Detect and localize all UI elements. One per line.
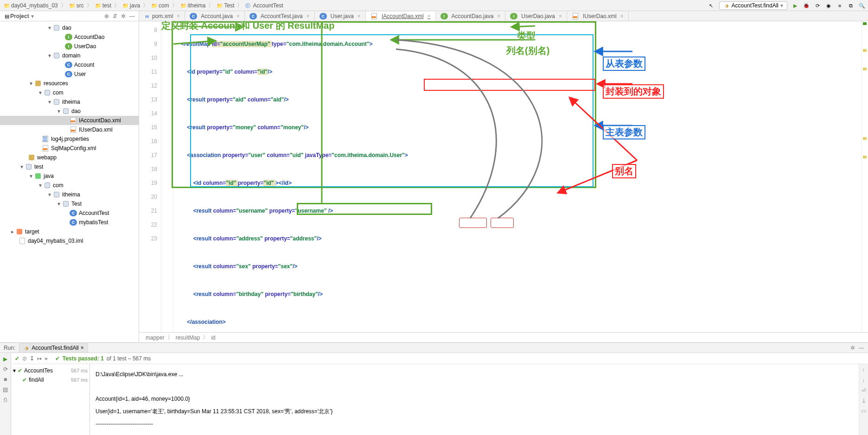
structure-button[interactable]: ⧉	[848, 2, 854, 9]
crumb-1[interactable]: src	[76, 2, 85, 9]
tree-dao2[interactable]: dao	[71, 108, 81, 114]
scroll-icon[interactable]: ⤓	[862, 397, 866, 404]
tree-itheima[interactable]: itheima	[62, 99, 80, 105]
svg-line-0	[173, 26, 243, 27]
tree-user[interactable]: User	[74, 71, 86, 77]
run-button[interactable]: ▶	[792, 2, 798, 9]
crumb-4[interactable]: com	[158, 2, 170, 9]
tree-itheima2[interactable]: itheima	[62, 191, 80, 198]
up-icon[interactable]: ↑	[862, 367, 865, 373]
expand-icon[interactable]: ↦	[37, 355, 42, 362]
fold-gutter[interactable]	[161, 21, 173, 332]
error-stripe[interactable]	[862, 21, 868, 332]
chevron-down-icon[interactable]: ▾	[31, 13, 34, 19]
tree-account[interactable]: Account	[74, 62, 94, 68]
tree-accountdao[interactable]: AccountDao	[74, 34, 104, 40]
tree-mybatistest[interactable]: mybatisTest	[79, 219, 108, 226]
down-icon[interactable]: ↓	[862, 377, 865, 384]
close-icon[interactable]: ×	[357, 13, 361, 19]
anno-box-uid	[491, 218, 514, 228]
layout-button[interactable]: ▤	[3, 386, 8, 393]
coverage-button[interactable]: ⟳	[814, 2, 821, 9]
close-icon[interactable]: ×	[497, 13, 500, 19]
tab-accounttest[interactable]: AccountTest.java×	[245, 11, 315, 21]
close-icon[interactable]: ×	[306, 13, 310, 19]
run-tab[interactable]: ⬗ AccountTest.findAll ×	[19, 343, 88, 353]
close-icon[interactable]: ×	[428, 13, 431, 19]
rerun-button[interactable]: ▶	[3, 356, 7, 362]
breadcrumb[interactable]: 📁 day04_mybatis_03〉 📁src〉 📁test〉 📁java〉 …	[3, 1, 284, 9]
check-icon: ✔	[55, 355, 60, 362]
tests-passed: Tests passed: 1	[63, 355, 104, 362]
tree-userdao[interactable]: UserDao	[74, 43, 96, 50]
crumb-5[interactable]: itheima	[187, 2, 207, 9]
hide-icon[interactable]: —	[859, 345, 864, 351]
code-editor[interactable]: <resultMap id="accountUserMap" type="com…	[173, 21, 862, 332]
tab-user[interactable]: User.java×	[315, 11, 366, 21]
tree-test[interactable]: test	[34, 164, 43, 170]
editor-tabs: ᴍpom.xml× Account.java× AccountTest.java…	[139, 11, 868, 21]
crumb-6[interactable]: Test	[223, 2, 235, 9]
crumb-3[interactable]: java	[129, 2, 141, 9]
wrap-icon[interactable]: ⏎	[862, 387, 866, 394]
close-icon[interactable]: ×	[559, 13, 562, 19]
tree-sqlmap[interactable]: SqlMapConfig.xml	[51, 145, 96, 151]
stop-button[interactable]: ■	[4, 376, 7, 383]
close-icon[interactable]: ×	[81, 345, 84, 351]
tree-log4j[interactable]: log4j.properties	[51, 136, 89, 142]
tab-iuserdao-xml[interactable]: IUserDao.xml×	[567, 11, 629, 21]
folder-icon: 📁	[216, 2, 222, 9]
hide-icon[interactable]: —	[129, 13, 135, 19]
project-icon: ▤	[4, 13, 10, 19]
tab-iaccountdao-xml[interactable]: IAccountDao.xml×	[366, 12, 436, 21]
crumb-7[interactable]: AccountTest	[252, 2, 284, 9]
toggle-button[interactable]: ⟳	[3, 366, 8, 372]
tree-webapp[interactable]: webapp	[37, 154, 57, 161]
crumb-2[interactable]: test	[102, 2, 112, 9]
target-icon[interactable]: ⊕	[104, 13, 109, 19]
tree-accounttest[interactable]: AccountTest	[79, 210, 109, 216]
class-icon	[249, 13, 257, 19]
tree-java[interactable]: java	[44, 173, 54, 179]
run-config-selector[interactable]: ⬗ AccountTest.findAll ▾	[719, 1, 787, 10]
fail-filter-icon[interactable]: ⊘	[22, 355, 27, 362]
back-icon[interactable]: ↖	[708, 2, 715, 9]
tree-target[interactable]: target	[25, 228, 39, 235]
console-output[interactable]: D:\Java\Eclipse\JDK\bin\java.exe ... Acc…	[90, 364, 859, 435]
stop-button[interactable]: ■	[836, 2, 843, 9]
tree-iuserdao-xml[interactable]: IUserDao.xml	[79, 126, 113, 133]
collapse-icon[interactable]: ⇵	[113, 13, 117, 19]
tab-userdao[interactable]: UserDao.java×	[505, 11, 567, 21]
tab-accountdao[interactable]: AccountDao.java×	[436, 11, 506, 21]
tree-iaccountdao-xml[interactable]: IAccountDao.xml	[79, 117, 121, 124]
test-tree[interactable]: ▾✔AccountTes567 ms ✔findAll567 ms	[11, 364, 90, 435]
search-button[interactable]: 🔍	[859, 2, 865, 9]
check-icon[interactable]: ✔	[15, 355, 19, 362]
line-gutter[interactable]: 891011121314151617181920212223	[139, 21, 161, 332]
tree-dao[interactable]: dao	[62, 25, 71, 31]
close-icon[interactable]: ×	[177, 13, 180, 19]
sort-icon[interactable]: ↧	[30, 355, 34, 362]
project-tree[interactable]: ▾dao AccountDao UserDao ▾domain Account …	[0, 21, 139, 342]
tree-com[interactable]: com	[53, 89, 64, 96]
tab-pom[interactable]: ᴍpom.xml×	[139, 11, 185, 21]
pin-button[interactable]: ⎙	[4, 397, 7, 403]
collapse-icon[interactable]: »	[45, 355, 48, 362]
gear-icon[interactable]: ✲	[121, 13, 126, 19]
tab-account[interactable]: Account.java×	[185, 11, 245, 21]
interface-icon	[510, 13, 517, 19]
tree-domain[interactable]: domain	[62, 52, 80, 59]
editor-breadcrumb[interactable]: mapper〉 resultMap〉 id	[139, 332, 868, 342]
tree-test-pkg[interactable]: Test	[71, 201, 82, 207]
crumb-0[interactable]: day04_mybatis_03	[10, 2, 59, 9]
profile-button[interactable]: ◉	[825, 2, 832, 9]
close-icon[interactable]: ×	[236, 13, 240, 19]
close-icon[interactable]: ×	[620, 13, 624, 19]
run-side-toolbar: ▶ ⟳ ■ ▤ ⎙	[0, 353, 11, 435]
tree-com2[interactable]: com	[53, 182, 64, 189]
tree-resources[interactable]: resources	[44, 80, 68, 87]
tree-iml[interactable]: day04_mybatis_03.iml	[28, 238, 83, 244]
gear-icon[interactable]: ✲	[850, 345, 855, 351]
debug-button[interactable]: 🐞	[803, 2, 810, 9]
print-icon[interactable]: ▭	[861, 408, 866, 414]
